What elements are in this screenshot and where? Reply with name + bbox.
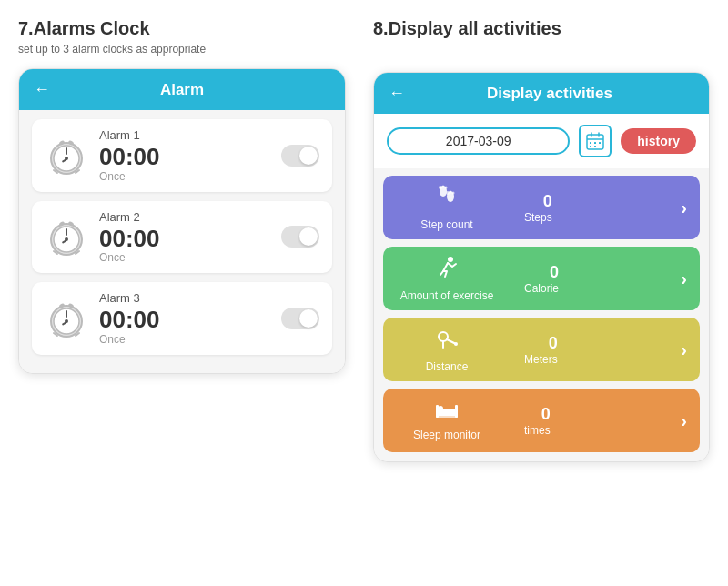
alarm-2-repeat: Once (99, 251, 270, 264)
calendar-icon (586, 132, 604, 150)
svg-rect-34 (590, 146, 592, 147)
svg-point-44 (448, 257, 453, 262)
exercise-left: Amount of exercise (383, 247, 511, 310)
svg-point-38 (439, 186, 442, 189)
activity-cards: Step count 0 Steps › (374, 168, 709, 461)
sleep-right: 0 times › (511, 389, 700, 452)
sleep-unit: times (524, 424, 551, 437)
activities-header-title: Display activities (405, 85, 694, 103)
distance-value-section: 0 Meters (524, 334, 558, 366)
activities-phone-mockup: ← Display activities 2017-03-09 (373, 72, 710, 462)
alarm-2-toggle-knob (299, 227, 318, 246)
alarm-item-2: Alarm 2 00:00 Once (32, 201, 332, 274)
svg-rect-35 (594, 146, 596, 147)
right-section-title: 8.Display all activities (373, 18, 719, 39)
sleep-value-section: 0 times (524, 405, 551, 437)
location-pin-icon (434, 326, 460, 351)
step-count-label: Step count (420, 218, 472, 231)
step-icon (434, 184, 460, 215)
alarm-3-repeat: Once (99, 333, 270, 346)
right-subtitle-spacer (373, 43, 719, 59)
svg-point-4 (65, 157, 68, 160)
svg-point-42 (450, 191, 452, 194)
sleep-chevron: › (681, 410, 687, 431)
svg-rect-2 (66, 147, 67, 155)
distance-right: 0 Meters › (511, 318, 700, 381)
footprint-icon (434, 184, 460, 209)
calendar-button[interactable] (579, 125, 612, 157)
alarm-1-name: Alarm 1 (99, 128, 270, 142)
svg-rect-53 (455, 405, 458, 418)
alarm-header-title: Alarm (160, 81, 204, 99)
bed-icon (434, 399, 460, 419)
right-panel: 8.Display all activities ← Display activ… (373, 0, 728, 586)
svg-point-43 (452, 192, 455, 195)
step-count-left: Step count (383, 176, 511, 239)
alarm-3-name: Alarm 3 (99, 291, 270, 305)
step-unit: Steps (524, 211, 552, 224)
alarm-3-toggle-knob (299, 309, 318, 328)
alarm-back-arrow[interactable]: ← (34, 80, 50, 99)
distance-unit: Meters (524, 353, 558, 366)
page: 7.Alarms Clock set up to 3 alarm clocks … (0, 0, 728, 586)
distance-value: 0 (549, 334, 558, 353)
alarm-3-time: 00:00 (99, 307, 270, 333)
sleep-value: 0 (541, 405, 551, 424)
sleep-label: Sleep monitor (413, 429, 480, 441)
alarm-3-toggle[interactable] (281, 308, 319, 329)
distance-left: Distance (383, 318, 511, 381)
alarm-3-info: Alarm 3 00:00 Once (99, 291, 270, 346)
alarm-header: ← Alarm (19, 69, 345, 110)
distance-icon (434, 326, 460, 357)
svg-rect-20 (66, 310, 67, 318)
svg-rect-11 (66, 228, 67, 236)
svg-point-40 (445, 187, 448, 189)
right-section-name: Display all activities (389, 18, 561, 38)
exercise-right: 0 Calorie › (511, 247, 700, 310)
left-section-title: 7.Alarms Clock (18, 18, 355, 39)
alarm-2-info: Alarm 2 00:00 Once (99, 210, 270, 265)
svg-point-22 (65, 319, 68, 323)
svg-point-39 (442, 186, 445, 188)
alarm-item-3: Alarm 3 00:00 Once (32, 282, 332, 355)
left-section-name: Alarms Clock (34, 18, 150, 38)
alarm-1-repeat: Once (99, 170, 270, 183)
sleep-card[interactable]: Sleep monitor 0 times › (383, 389, 700, 452)
svg-rect-52 (436, 405, 439, 418)
step-count-right: 0 Steps › (511, 176, 700, 239)
left-subtitle: set up to 3 alarm clocks as appropriate (18, 43, 355, 56)
alarm-1-toggle-knob (299, 146, 318, 165)
alarm-2-toggle[interactable] (281, 226, 319, 248)
svg-rect-50 (436, 412, 458, 418)
clock-icon-2 (45, 215, 88, 258)
date-row: 2017-03-09 history (374, 114, 709, 168)
svg-rect-31 (590, 142, 592, 144)
exercise-value: 0 (550, 263, 559, 282)
exercise-card[interactable]: Amount of exercise 0 Calorie › (383, 247, 700, 310)
alarm-2-name: Alarm 2 (99, 210, 270, 224)
alarm-list: Alarm 1 00:00 Once (19, 110, 345, 373)
alarm-1-toggle[interactable] (281, 145, 319, 167)
clock-icon-3 (45, 297, 88, 340)
activities-header: ← Display activities (374, 73, 709, 114)
step-value: 0 (543, 192, 552, 211)
distance-card[interactable]: Distance 0 Meters › (383, 318, 700, 381)
exercise-value-section: 0 Calorie (524, 263, 559, 295)
sleep-icon (434, 399, 460, 425)
alarm-item-1: Alarm 1 00:00 Once (32, 119, 332, 192)
svg-point-13 (65, 237, 68, 241)
alarm-phone-mockup: ← Alarm (18, 68, 346, 374)
activities-back-arrow[interactable]: ← (389, 84, 405, 103)
exercise-chevron: › (681, 268, 687, 289)
clock-icon-1 (45, 134, 88, 177)
exercise-unit: Calorie (524, 282, 559, 295)
history-button[interactable]: history (621, 128, 696, 154)
svg-rect-32 (594, 142, 596, 144)
svg-rect-33 (599, 142, 601, 144)
date-display[interactable]: 2017-03-09 (387, 127, 570, 155)
right-section-number: 8. (373, 18, 389, 38)
distance-label: Distance (426, 360, 469, 373)
exercise-label: Amount of exercise (400, 289, 494, 302)
svg-point-41 (446, 191, 450, 195)
step-count-card[interactable]: Step count 0 Steps › (383, 176, 700, 239)
